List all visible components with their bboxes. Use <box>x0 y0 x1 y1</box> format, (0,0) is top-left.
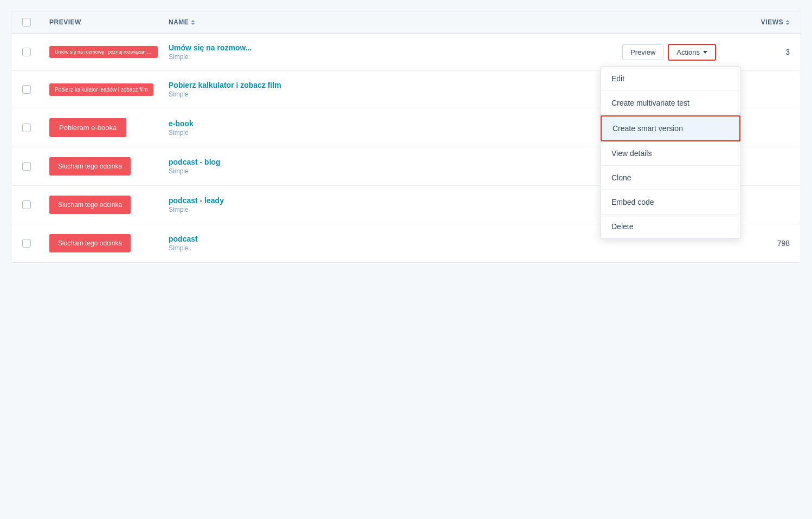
actions-dropdown-menu: Edit Create multivariate test Create sma… <box>600 66 741 239</box>
preview-button[interactable]: Preview <box>622 44 663 60</box>
preview-cell: Słucham tego odcinka <box>49 196 169 214</box>
cta-preview-button: Umów się na rozmowę i poznaj rozwiązania… <box>49 46 158 58</box>
cta-type: Simple <box>169 244 716 252</box>
row-checkbox-cell <box>22 124 49 132</box>
cta-preview-button: Słucham tego odcinka <box>49 234 131 252</box>
cta-type: Simple <box>169 53 622 61</box>
menu-item-delete[interactable]: Delete <box>601 215 740 238</box>
table-row: Umów się na rozmowę i poznaj rozwiązania… <box>11 34 801 71</box>
row-checkbox[interactable] <box>22 85 31 94</box>
views-column-header[interactable]: VIEWS <box>725 18 790 26</box>
views-sort-down-arrow <box>785 23 790 25</box>
cta-table: PREVIEW NAME VIEWS Umów się na rozmowę i… <box>11 11 801 263</box>
actions-button[interactable]: Actions <box>668 44 716 61</box>
views-count: 798 <box>725 239 790 248</box>
views-sort-up-arrow <box>785 20 790 22</box>
preview-cell: Słucham tego odcinka <box>49 234 169 252</box>
row-checkbox-cell <box>22 239 49 248</box>
menu-item-create-multivariate[interactable]: Create multivariate test <box>601 91 740 115</box>
cta-preview-button: Słucham tego odcinka <box>49 196 131 214</box>
select-all-checkbox[interactable] <box>22 18 31 27</box>
actions-cell: Preview Actions <box>622 44 725 61</box>
actions-label: Actions <box>676 48 700 56</box>
table-header: PREVIEW NAME VIEWS <box>11 11 801 34</box>
row-checkbox[interactable] <box>22 200 31 209</box>
cta-name-link[interactable]: Umów się na rozmow... <box>169 43 622 52</box>
preview-cell: Umów się na rozmowę i poznaj rozwiązania… <box>49 46 169 58</box>
cta-preview-button: Pobierz kalkulator leadów i zobacz film <box>49 83 153 96</box>
sort-down-arrow <box>191 23 195 25</box>
name-cell: Umów się na rozmow... Simple <box>169 43 622 61</box>
sort-up-arrow <box>191 20 195 22</box>
preview-cell: Pobierz kalkulator leadów i zobacz film <box>49 83 169 96</box>
menu-item-embed-code[interactable]: Embed code <box>601 190 740 215</box>
views-sort-icon[interactable] <box>785 20 790 25</box>
menu-item-create-smart[interactable]: Create smart version <box>601 115 740 141</box>
preview-cell: Słucham tego odcinka <box>49 157 169 176</box>
row-checkbox-cell <box>22 200 49 209</box>
row-checkbox[interactable] <box>22 239 31 248</box>
row-checkbox-cell <box>22 162 49 171</box>
row-checkbox[interactable] <box>22 124 31 132</box>
row-checkbox-cell <box>22 48 49 56</box>
row-checkbox-cell <box>22 85 49 94</box>
dropdown-arrow-icon <box>703 51 707 54</box>
menu-item-edit[interactable]: Edit <box>601 67 740 91</box>
preview-cell: Pobieram e-booka <box>49 118 169 137</box>
cta-preview-button: Pobieram e-booka <box>49 118 126 137</box>
row-checkbox[interactable] <box>22 162 31 171</box>
menu-item-view-details[interactable]: View details <box>601 141 740 166</box>
cta-preview-button: Słucham tego odcinka <box>49 157 131 176</box>
preview-column-header: PREVIEW <box>49 18 169 26</box>
name-sort-icon[interactable] <box>191 20 195 25</box>
menu-item-clone[interactable]: Clone <box>601 166 740 190</box>
row-checkbox[interactable] <box>22 48 31 56</box>
views-count: 3 <box>725 48 790 56</box>
header-checkbox-cell <box>22 18 49 27</box>
name-column-header[interactable]: NAME <box>169 18 725 26</box>
